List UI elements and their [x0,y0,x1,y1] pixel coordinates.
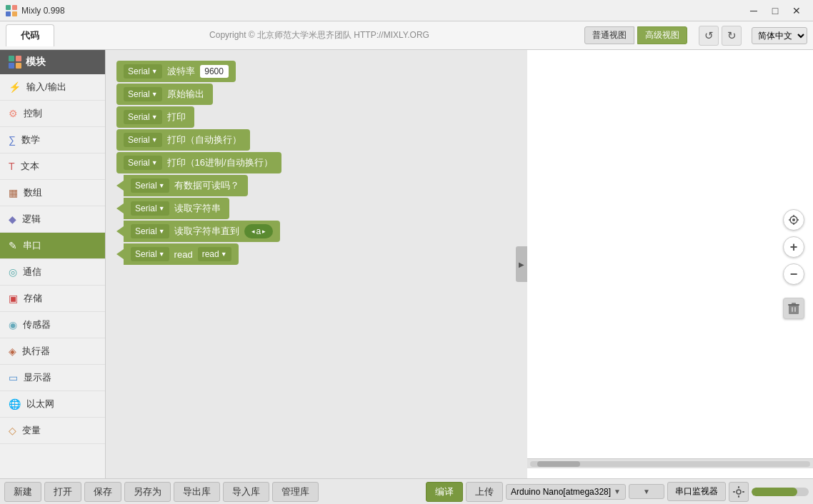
block-serial-dropdown-print_raw[interactable]: Serial ▼ [124,87,162,101]
sidebar-item-storage[interactable]: ▣ 存储 [0,286,105,312]
block-serial-dropdown-read[interactable]: Serial ▼ [131,247,169,261]
zoom-in-button[interactable]: + [783,236,804,258]
save-as-button[interactable]: 另存为 [124,482,171,502]
block-serial-dropdown-println[interactable]: Serial ▼ [124,133,162,147]
zoom-out-button[interactable]: − [783,263,804,285]
svg-rect-7 [16,63,21,69]
sidebar-item-serial[interactable]: ✎ 串口 [0,233,105,259]
normal-view-button[interactable]: 普通视图 [584,26,634,44]
import-lib-button[interactable]: 导入库 [223,482,269,502]
block-notch-read_str [116,203,124,213]
block-read[interactable]: Serial ▼ read read ▼ [124,243,239,265]
svg-rect-23 [742,491,744,493]
math-icon: ∑ [9,134,16,146]
sidebar-item-ctrl[interactable]: ⚙ 控制 [0,101,105,127]
undo-button[interactable]: ↺ [699,26,719,46]
svg-rect-6 [9,63,14,69]
block-baud[interactable]: Serial ▼ 波特率 [116,61,236,82]
sidebar-item-logic[interactable]: ◆ 逻辑 [0,206,105,233]
block-row-print_hex: Serial ▼ 打印（16进制/自动换行） [116,152,517,173]
sidebar-item-text[interactable]: T 文本 [0,153,105,180]
block-read_str[interactable]: Serial ▼ 读取字符串 [124,198,229,219]
block-label-available: 有数据可读吗？ [174,179,239,192]
block-read-dropdown[interactable]: read ▼ [198,247,231,261]
language-select[interactable]: 简体中文 [752,27,807,44]
block-serial-dropdown-print[interactable]: Serial ▼ [124,110,162,124]
serial-monitor-label: 串口监视器 [675,485,718,498]
sidebar-item-actuator[interactable]: ◈ 执行器 [0,338,105,365]
block-read_until[interactable]: Serial ▼ 读取字符串直到 ◂ a ▸ [124,221,280,242]
block-print[interactable]: Serial ▼ 打印 [116,106,194,128]
save-button[interactable]: 保存 [84,482,121,502]
manage-lib-button[interactable]: 管理库 [272,482,319,502]
board-select[interactable]: Arduino Nano[atmega328] ▼ [506,484,626,500]
block-serial-dropdown-baud[interactable]: Serial ▼ [124,64,162,79]
sidebar-item-io[interactable]: ⚡ 输入/输出 [0,74,105,101]
logic-icon: ◆ [9,213,16,225]
sidebar-item-label-ethernet: 以太网 [26,398,54,410]
board-dropdown-arrow: ▼ [614,488,621,495]
block-serial-dropdown-read_until[interactable]: Serial ▼ [131,224,169,238]
sidebar-item-display[interactable]: ▭ 显示器 [0,365,105,391]
text-icon: T [9,161,15,172]
center-view-button[interactable] [783,209,804,231]
new-button[interactable]: 新建 [4,482,41,502]
sidebar-item-comm[interactable]: ◎ 通信 [0,259,105,286]
svg-rect-20 [738,486,739,488]
trash-button[interactable] [783,298,804,319]
read-until-value[interactable]: ◂ a ▸ [244,224,274,238]
horizontal-scrollbar-thumb[interactable] [537,461,580,467]
comm-icon: ◎ [9,266,17,278]
minimize-button[interactable]: ─ [743,0,764,21]
sidebar-item-label-math: 数学 [21,133,40,146]
export-lib-button[interactable]: 导出库 [174,482,220,502]
block-row-print_raw: Serial ▼ 原始输出 [116,84,517,105]
sensor-icon: ◉ [9,319,17,331]
block-available[interactable]: Serial ▼ 有数据可读吗？ [124,175,248,196]
serial-monitor-button[interactable]: 串口监视器 [667,482,726,501]
block-serial-dropdown-print_hex[interactable]: Serial ▼ [124,156,162,170]
blocks-palette: Serial ▼ 波特率 Serial ▼ 原始输出 Serial ▼ 打印 S… [106,50,527,478]
block-row-available: Serial ▼ 有数据可读吗？ [116,175,517,196]
content-area: 模块 ⚡ 输入/输出 ⚙ 控制 ∑ 数学 T 文本 ▦ 数组 ◆ 逻辑 ✎ 串口… [0,50,813,478]
maximize-button[interactable]: □ [764,0,786,21]
io-icon: ⚡ [9,81,21,93]
block-row-print: Serial ▼ 打印 [116,106,517,128]
sidebar-item-label-actuator: 执行器 [22,345,50,358]
sidebar-item-sensor[interactable]: ◉ 传感器 [0,312,105,338]
close-button[interactable]: ✕ [786,0,807,21]
sidebar-item-label-sensor: 传感器 [23,318,51,331]
svg-rect-4 [9,56,14,61]
block-println[interactable]: Serial ▼ 打印（自动换行） [116,129,250,151]
block-label-read: read [174,249,193,260]
svg-point-9 [792,218,795,221]
sidebar-item-label-storage: 存储 [24,292,42,305]
svg-rect-14 [789,305,799,314]
sidebar-item-array[interactable]: ▦ 数组 [0,180,105,206]
open-button[interactable]: 打开 [44,482,81,502]
block-serial-dropdown-read_str[interactable]: Serial ▼ [131,201,169,216]
redo-button[interactable]: ↻ [722,26,742,46]
display-icon: ▭ [9,372,18,383]
compile-button[interactable]: 编译 [426,482,463,502]
baud-rate-input[interactable] [200,65,229,78]
titlebar: Mixly 0.998 ─ □ ✕ [0,0,813,21]
sidebar-item-math[interactable]: ∑ 数学 [0,127,105,153]
block-print_hex[interactable]: Serial ▼ 打印（16进制/自动换行） [116,152,281,173]
block-print_raw[interactable]: Serial ▼ 原始输出 [116,84,213,105]
ethernet-icon: 🌐 [9,398,21,410]
svg-rect-0 [6,5,11,10]
app-icon [6,5,17,16]
code-tab[interactable]: 代码 [6,24,54,46]
svg-rect-17 [792,307,793,312]
port-select[interactable]: ▼ [629,484,664,499]
collapse-handle[interactable]: ▶ [516,246,527,282]
settings-icon-button[interactable] [729,482,749,502]
advanced-view-button[interactable]: 高级视图 [637,26,687,44]
upload-button[interactable]: 上传 [466,482,503,502]
sidebar-item-ethernet[interactable]: 🌐 以太网 [0,391,105,418]
sidebar-item-var[interactable]: ◇ 变量 [0,418,105,444]
block-serial-dropdown-available[interactable]: Serial ▼ [131,178,169,193]
block-notch-available [116,181,124,191]
block-label-read_until: 读取字符串直到 [174,225,239,238]
